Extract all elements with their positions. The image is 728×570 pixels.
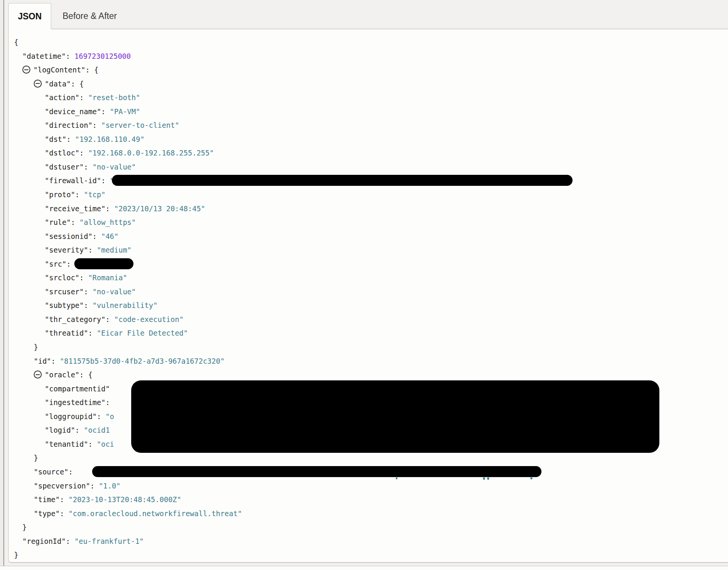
json-line: "subtype": "vulnerability" [9,298,728,312]
json-punct: } [14,551,18,559]
redaction-artifact [396,477,397,479]
json-key: "receive_time" [45,204,105,213]
json-string-value: "PA-VM" [110,107,140,116]
left-panel-divider [0,0,4,570]
json-string-value: "192.168.0.0-192.168.255.255" [88,149,214,157]
json-line: "dst": "192.168.110.49" [9,132,728,146]
json-punct: : [60,495,69,504]
json-punct: : [105,315,114,323]
json-line: "proto": "tcp" [9,188,728,202]
next-section-top-edge [0,566,728,570]
json-string-value: "2023/10/13 20:48:45" [114,204,205,213]
json-line: "thr_category": "code-execution" [9,312,728,327]
json-lines: {"datetime": 1697230125000"logContent": … [9,29,728,562]
json-key: "source" [34,468,69,476]
redaction-artifact [483,477,485,480]
json-punct: { [14,38,18,46]
json-punct: : [66,260,75,268]
json-key: "regionId" [22,537,66,545]
json-key: "dst" [45,135,66,143]
json-line: "sessionid": "46" [9,229,728,243]
json-punct: : [80,93,88,102]
json-line: "regionId": "eu-frankfurt-1" [9,534,728,548]
json-line: "type": "com.oraclecloud.networkfirewall… [9,507,728,521]
json-punct: : [88,246,97,254]
json-string-value: "vulnerability" [93,301,158,309]
json-line: } [9,451,728,465]
json-string-value: "oci [97,440,114,448]
json-key: "threatid" [45,329,88,337]
json-punct: : [60,509,69,518]
json-punct: : [93,232,101,240]
json-key: "srcuser" [45,287,84,296]
json-line: "specversion": "1.0" [9,479,728,493]
json-string-value: "eu-frankfurt-1" [74,537,144,545]
json-key: "src" [45,260,66,268]
json-punct: : { [85,66,98,74]
json-key: "logContent" [33,66,85,74]
json-string-value: "46" [101,232,119,240]
json-string-value: "allow_https" [80,218,136,226]
json-string-value: "o [105,412,114,421]
json-key: "srcloc" [45,273,80,282]
json-punct: : [75,426,84,434]
json-line: "src": " [9,257,728,271]
redaction-artifact [530,477,532,479]
json-line: "action": "reset-both" [9,91,728,105]
json-line: "direction": "server-to-client" [9,118,728,132]
json-number-value: 1697230125000 [74,52,131,60]
json-line: "source": [9,465,728,479]
json-key: "subtype" [45,301,84,309]
json-key: "rule" [45,218,71,226]
json-line: "dstuser": "no-value" [9,160,728,174]
json-key: "severity" [45,246,88,254]
json-string-value: "tcp" [84,190,105,199]
tab-json[interactable]: JSON [8,3,51,29]
json-string-value: "192.168.110.49" [75,135,144,143]
json-punct: : [69,468,77,476]
json-string-value: "1.0" [99,482,121,490]
json-punct: : [51,357,60,365]
json-key: "compartmentid" [45,385,110,393]
json-string-value: "no-value" [93,287,136,296]
redaction-box-oracle-values [131,380,659,453]
collapse-toggle-icon[interactable] [34,371,42,378]
json-line: } [9,520,728,534]
json-line: "time": "2023-10-13T20:48:45.000Z" [9,493,728,507]
json-string-value: "ocid1 [84,426,110,434]
json-key: "specversion" [34,482,90,490]
json-punct: : [93,121,101,129]
json-string-value: "2023-10-13T20:48:45.000Z" [69,495,181,504]
json-key: "dstuser" [45,163,84,171]
json-punct: } [34,343,38,351]
tab-before-after-label: Before & After [63,11,117,21]
json-line: "data": { [9,77,728,91]
json-punct: : [105,204,114,213]
json-key: "direction" [45,121,93,129]
json-line: "srcloc": "Romania" [9,271,728,285]
json-punct: : { [80,371,93,379]
json-line: "rule": "allow_https" [9,215,728,229]
redaction-artifact [487,477,489,480]
json-line: "datetime": 1697230125000 [9,49,728,63]
collapse-toggle-icon[interactable] [22,66,30,74]
json-line: "receive_time": "2023/10/13 20:48:45" [9,202,728,216]
tab-before-after[interactable]: Before & After [51,3,128,29]
json-punct: } [22,523,27,531]
json-punct: : [80,273,88,282]
json-key: "device_name" [45,107,101,116]
json-key: "type" [34,509,60,518]
json-line: "device_name": "PA-VM" [9,105,728,119]
json-punct: : [71,218,80,226]
json-punct: : [66,537,74,545]
json-key: "id" [34,357,51,365]
json-line: "oracle": { [9,368,728,382]
collapse-toggle-icon[interactable] [34,80,42,88]
redaction-bar [92,466,541,477]
json-punct: : [88,440,97,448]
redaction-bar [74,258,133,269]
json-punct: : [88,329,97,337]
json-punct: : [97,412,105,421]
json-string-value: "code-execution" [114,315,184,323]
json-punct: : [84,301,93,309]
